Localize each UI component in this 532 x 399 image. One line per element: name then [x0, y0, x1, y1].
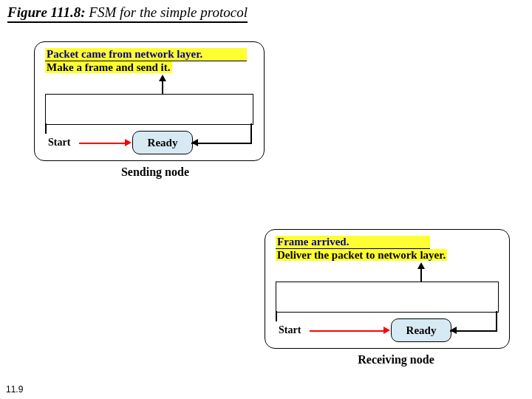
receiving-event-action: Deliver the packet to network layer. — [276, 249, 447, 261]
receiving-loop-bottom-right — [472, 330, 497, 332]
sending-event-action: Make a frame and send it. — [45, 61, 172, 73]
sending-connector-arrow — [159, 75, 166, 81]
receiving-loop — [276, 282, 499, 313]
figure-caption: FSM for the simple protocol — [89, 4, 248, 20]
sending-start-label: Start — [48, 137, 70, 149]
sending-start-arrow — [79, 143, 125, 144]
receiving-ready-label: Ready — [406, 324, 437, 337]
sending-start-arrowhead — [125, 139, 132, 146]
page-number: 11.9 — [6, 384, 23, 395]
receiving-start-arrow — [310, 330, 383, 332]
sending-event-condition: Packet came from network layer. — [45, 48, 247, 61]
receiving-event-condition: Frame arrived. — [276, 236, 430, 249]
receiving-loop-left — [276, 311, 277, 321]
sending-loop-return-arrowhead — [191, 139, 198, 146]
sending-ready-state: Ready — [132, 131, 193, 154]
sending-loop-left — [45, 123, 47, 134]
receiving-loop-right — [496, 311, 497, 332]
sending-loop — [45, 94, 253, 125]
receiving-node-panel: Frame arrived. Deliver the packet to net… — [265, 229, 510, 349]
figure-number: Figure 111.8: — [7, 4, 86, 20]
receiving-ready-state: Ready — [391, 318, 451, 342]
sending-node-panel: Packet came from network layer. Make a f… — [34, 41, 265, 161]
receiving-start-label: Start — [279, 324, 301, 336]
receiving-event: Frame arrived. Deliver the packet to net… — [276, 236, 447, 262]
sending-loop-right — [250, 123, 252, 144]
receiving-connector-arrow — [417, 262, 425, 269]
sending-ready-label: Ready — [148, 137, 178, 149]
receiving-start-arrowhead — [383, 327, 390, 334]
figure-title: Figure 111.8: FSM for the simple protoco… — [7, 4, 248, 23]
sending-event: Packet came from network layer. Make a f… — [45, 48, 247, 75]
sending-loop-bottom-right — [221, 143, 252, 144]
receiving-loop-return-arrowhead — [450, 327, 457, 334]
receiving-caption: Receiving node — [344, 353, 448, 366]
sending-caption: Sending node — [103, 166, 207, 179]
